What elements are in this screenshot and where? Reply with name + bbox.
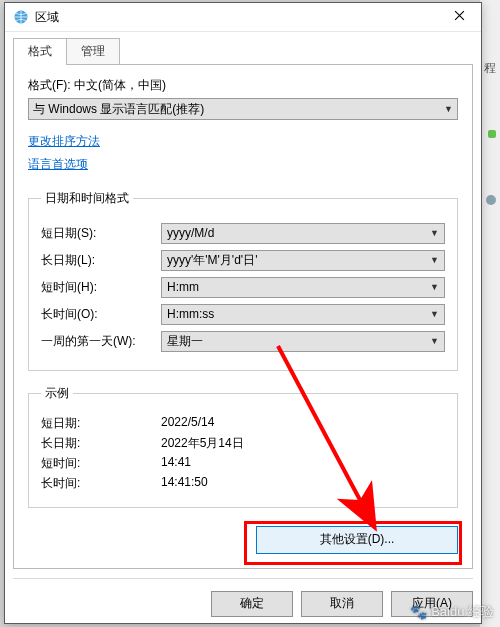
region-dialog: 区域 格式 管理 格式(F): 中文(简体，中国) 与 Windows 显示语言… bbox=[4, 2, 482, 624]
example-short-time-label: 短时间: bbox=[41, 455, 161, 472]
examples-fieldset: 示例 短日期: 2022/5/14 长日期: 2022年5月14日 短时间: 1… bbox=[28, 385, 458, 508]
links-area: 更改排序方法 语言首选项 bbox=[28, 130, 458, 176]
titlebar: 区域 bbox=[5, 3, 481, 32]
chevron-down-icon: ▼ bbox=[430, 336, 439, 346]
tab-strip: 格式 管理 bbox=[13, 38, 473, 65]
chevron-down-icon: ▼ bbox=[430, 255, 439, 265]
example-long-time-value: 14:41:50 bbox=[161, 475, 445, 492]
chevron-down-icon: ▼ bbox=[430, 309, 439, 319]
short-time-label: 短时间(H): bbox=[41, 279, 161, 296]
additional-settings-button[interactable]: 其他设置(D)... bbox=[256, 526, 458, 554]
example-long-date-label: 长日期: bbox=[41, 435, 161, 452]
short-date-label: 短日期(S): bbox=[41, 225, 161, 242]
short-time-select[interactable]: H:mm ▼ bbox=[161, 277, 445, 298]
long-time-value: H:mm:ss bbox=[167, 307, 214, 321]
watermark: 🐾 Baidu 经验 bbox=[410, 603, 494, 621]
tab-content: 格式(F): 中文(简体，中国) 与 Windows 显示语言匹配(推荐) ▼ … bbox=[13, 64, 473, 569]
example-short-date-label: 短日期: bbox=[41, 415, 161, 432]
bg-dot-green bbox=[488, 130, 496, 138]
paw-icon: 🐾 bbox=[410, 604, 427, 620]
chevron-down-icon: ▼ bbox=[444, 104, 453, 114]
additional-settings-area: 其他设置(D)... bbox=[28, 526, 458, 554]
ok-button[interactable]: 确定 bbox=[211, 591, 293, 617]
short-time-value: H:mm bbox=[167, 280, 199, 294]
format-select[interactable]: 与 Windows 显示语言匹配(推荐) ▼ bbox=[28, 98, 458, 120]
long-date-label: 长日期(L): bbox=[41, 252, 161, 269]
format-label: 格式(F): 中文(简体，中国) bbox=[28, 77, 458, 94]
datetime-fieldset: 日期和时间格式 短日期(S): yyyy/M/d ▼ 长日期(L): yyyy'… bbox=[28, 190, 458, 371]
window-title: 区域 bbox=[35, 9, 439, 26]
example-long-time-label: 长时间: bbox=[41, 475, 161, 492]
long-date-value: yyyy'年'M'月'd'日' bbox=[167, 252, 257, 269]
short-date-select[interactable]: yyyy/M/d ▼ bbox=[161, 223, 445, 244]
chevron-down-icon: ▼ bbox=[430, 282, 439, 292]
example-long-date-value: 2022年5月14日 bbox=[161, 435, 445, 452]
first-day-select[interactable]: 星期一 ▼ bbox=[161, 331, 445, 352]
long-time-label: 长时间(O): bbox=[41, 306, 161, 323]
example-short-date-value: 2022/5/14 bbox=[161, 415, 445, 432]
first-day-value: 星期一 bbox=[167, 333, 203, 350]
examples-legend: 示例 bbox=[41, 385, 73, 402]
cancel-button[interactable]: 取消 bbox=[301, 591, 383, 617]
chevron-down-icon: ▼ bbox=[430, 228, 439, 238]
tab-format[interactable]: 格式 bbox=[13, 38, 67, 65]
tab-admin[interactable]: 管理 bbox=[66, 38, 120, 65]
dialog-button-bar: 确定 取消 应用(A) bbox=[13, 578, 473, 617]
first-day-label: 一周的第一天(W): bbox=[41, 333, 161, 350]
link-language-pref[interactable]: 语言首选项 bbox=[28, 157, 88, 171]
format-select-value: 与 Windows 显示语言匹配(推荐) bbox=[33, 101, 204, 118]
watermark-text: Baidu 经验 bbox=[431, 603, 494, 621]
link-sort-method[interactable]: 更改排序方法 bbox=[28, 134, 100, 148]
example-short-time-value: 14:41 bbox=[161, 455, 445, 472]
globe-icon bbox=[13, 9, 29, 25]
background-strip: 程 bbox=[479, 0, 500, 627]
bg-glyph: 程 bbox=[484, 60, 496, 77]
datetime-legend: 日期和时间格式 bbox=[41, 190, 133, 207]
long-date-select[interactable]: yyyy'年'M'月'd'日' ▼ bbox=[161, 250, 445, 271]
close-button[interactable] bbox=[439, 3, 479, 31]
bg-dot-globe bbox=[486, 195, 496, 205]
close-icon bbox=[454, 10, 465, 24]
short-date-value: yyyy/M/d bbox=[167, 226, 214, 240]
long-time-select[interactable]: H:mm:ss ▼ bbox=[161, 304, 445, 325]
